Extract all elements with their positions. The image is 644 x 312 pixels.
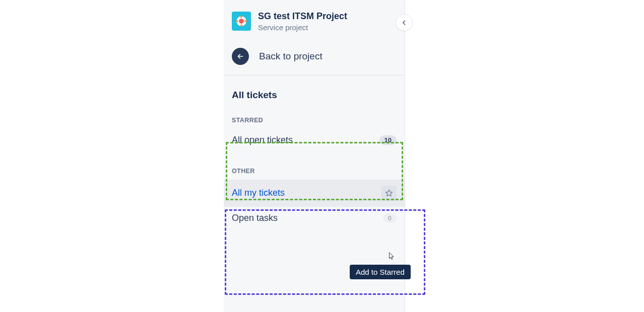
count-badge: 0 — [383, 213, 397, 223]
other-section: OTHER All my tickets Open tasks 0 — [224, 163, 405, 229]
chevron-left-icon — [401, 19, 408, 26]
starred-section: STARRED All open tickets 10 — [224, 112, 405, 151]
back-label: Back to project — [259, 51, 323, 62]
other-section-header: OTHER — [224, 163, 405, 180]
project-icon — [232, 12, 251, 31]
tooltip-add-to-starred: Add to Starred — [350, 265, 411, 279]
ticket-filter-all-open[interactable]: All open tickets 10 — [224, 129, 405, 151]
project-type: Service project — [258, 23, 347, 32]
project-name: SG test ITSM Project — [258, 11, 347, 22]
ticket-filter-all-my-tickets[interactable]: All my tickets — [224, 180, 405, 207]
add-to-starred-button[interactable] — [381, 186, 397, 201]
ticket-filter-open-tasks[interactable]: Open tasks 0 — [224, 207, 405, 229]
back-arrow-icon — [232, 48, 249, 65]
svg-point-1 — [239, 19, 244, 24]
project-info: SG test ITSM Project Service project — [258, 11, 347, 32]
page-title: All tickets — [224, 75, 405, 112]
collapse-sidebar-button[interactable] — [396, 14, 413, 31]
starred-section-header: STARRED — [224, 112, 405, 129]
project-header: SG test ITSM Project Service project — [224, 9, 405, 39]
count-badge: 10 — [379, 135, 397, 145]
ticket-filter-label: All my tickets — [232, 188, 285, 198]
back-to-project-button[interactable]: Back to project — [224, 39, 405, 75]
ticket-filter-label: All open tickets — [232, 135, 293, 145]
star-icon — [384, 189, 394, 198]
ticket-filter-label: Open tasks — [232, 213, 278, 223]
